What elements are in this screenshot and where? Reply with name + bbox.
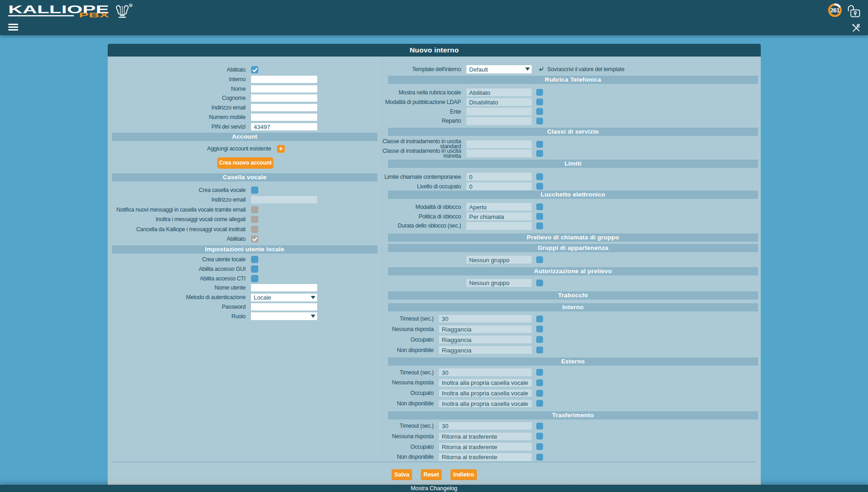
form-row: Abilita accesso GUI bbox=[112, 265, 377, 273]
override-checkbox[interactable] bbox=[536, 379, 543, 386]
override-checkbox[interactable] bbox=[536, 89, 543, 96]
abilitato-checkbox[interactable] bbox=[251, 235, 258, 243]
tools-icon[interactable] bbox=[852, 23, 861, 32]
logo-sub-text: PBX bbox=[79, 11, 110, 19]
logo-underline bbox=[8, 15, 74, 16]
section-header-gruppi-di-appartenenza: Gruppi di appartenenza bbox=[388, 244, 758, 252]
override-checkbox[interactable] bbox=[536, 390, 543, 397]
cognome-input[interactable] bbox=[251, 94, 317, 102]
section-header-prelievo-di-chiamata-di-gruppo: Prelievo di chiamata di gruppo bbox=[388, 233, 758, 242]
override-checkbox[interactable] bbox=[536, 423, 543, 430]
override-checkbox[interactable] bbox=[536, 369, 543, 376]
numero-mobile-input[interactable] bbox=[251, 114, 317, 121]
form-row: Nessuna rispostaRitorna al trasferente bbox=[388, 433, 758, 440]
field-label: Notifica nuovi messaggi in casella vocal… bbox=[112, 206, 246, 213]
field-label: Reparto bbox=[388, 117, 461, 125]
input-value: Nessun gruppo bbox=[469, 280, 509, 286]
override-checkbox[interactable] bbox=[536, 173, 543, 180]
form-body: Abilitato Interno Nome Cognome Indirizzo… bbox=[108, 57, 761, 461]
override-checkbox[interactable] bbox=[536, 316, 543, 322]
nome-utente-input[interactable] bbox=[251, 284, 317, 291]
form-row: Non disponibileRiaggancia bbox=[388, 346, 758, 354]
override-checkbox[interactable] bbox=[536, 183, 543, 190]
classe-di-instradamento-in-uscita-ristretta-input bbox=[466, 150, 532, 157]
form-row: Ente bbox=[388, 108, 758, 115]
unlock-icon[interactable] bbox=[847, 3, 860, 17]
field-label: Limite chiamate contemporanee bbox=[388, 173, 461, 181]
page-title: Nuovo interno bbox=[108, 44, 761, 57]
override-checkbox[interactable] bbox=[536, 336, 543, 343]
field-label: Nome utente bbox=[112, 284, 246, 291]
section-header-lucchetto-elettronico: Lucchetto elettronico bbox=[388, 191, 758, 199]
input-value: Abilitato bbox=[469, 89, 490, 96]
password-input[interactable] bbox=[251, 303, 317, 311]
indirizzo-email-input[interactable] bbox=[251, 104, 317, 111]
show-changelog-link[interactable]: Mostra Changelog bbox=[411, 485, 457, 492]
override-checkbox[interactable] bbox=[536, 443, 543, 450]
inoltra-i-messaggi-vocali-come-allegati-checkbox[interactable] bbox=[251, 216, 258, 223]
nome-input[interactable] bbox=[251, 85, 317, 93]
save-button[interactable]: Salva bbox=[392, 469, 412, 480]
metodo-di-autenticazione-select[interactable]: Locale bbox=[251, 294, 317, 301]
interno-input[interactable] bbox=[251, 76, 317, 83]
reset-button[interactable]: Reset bbox=[421, 469, 442, 480]
abilitato-checkbox[interactable] bbox=[251, 66, 258, 73]
override-checkbox[interactable] bbox=[536, 326, 543, 332]
override-checkbox[interactable] bbox=[536, 108, 543, 115]
field-label: Crea casella vocale bbox=[112, 186, 246, 194]
crea-utente-locale-checkbox[interactable] bbox=[251, 256, 258, 263]
check-icon bbox=[252, 67, 258, 73]
notifica-nuovi-messaggi-in-casella-vocale-tramite-email-checkbox[interactable] bbox=[251, 206, 258, 213]
form-row: Indirizzo email bbox=[112, 104, 377, 111]
override-checkbox[interactable] bbox=[536, 454, 543, 461]
field-label bbox=[388, 279, 461, 287]
politica-di-sblocco-input: Per chiamata bbox=[466, 212, 532, 220]
override-checkbox[interactable] bbox=[536, 433, 543, 440]
field-label: Nessuna risposta bbox=[388, 326, 434, 333]
nessuna-risposta-input: Riaggancia bbox=[439, 326, 532, 333]
override-checkbox[interactable] bbox=[536, 150, 543, 157]
ruolo-select[interactable] bbox=[251, 312, 317, 320]
field-label: Ente bbox=[388, 108, 461, 115]
abilita-accesso-cti-checkbox[interactable] bbox=[251, 275, 258, 282]
section-header-interno: Interno bbox=[388, 303, 758, 311]
override-checkbox[interactable] bbox=[536, 203, 543, 210]
override-checkbox[interactable] bbox=[536, 213, 543, 220]
field-label: Nessuna risposta bbox=[388, 379, 434, 387]
override-checkbox[interactable] bbox=[536, 280, 543, 286]
field-label-text: Notifica nuovi messaggi in casella vocal… bbox=[116, 207, 246, 212]
chevron-down-icon bbox=[525, 67, 530, 71]
override-checkbox[interactable] bbox=[536, 223, 543, 229]
right-form-column: Template dell'internoDefaultSovrascrivi … bbox=[382, 57, 761, 461]
back-button[interactable]: Indietro bbox=[450, 469, 477, 480]
field-label: Mostra nella rubrica locale bbox=[388, 88, 461, 96]
abilita-accesso-gui-checkbox[interactable] bbox=[251, 265, 258, 273]
menu-icon[interactable] bbox=[8, 24, 18, 32]
override-checkbox[interactable] bbox=[536, 98, 543, 105]
override-arrow-icon bbox=[539, 67, 544, 72]
field-label: Inoltra i messaggi vocali come allegati bbox=[112, 216, 246, 223]
create-account-button[interactable]: Crea nuovo account bbox=[217, 157, 273, 169]
mostra-nella-rubrica-locale-input: Abilitato bbox=[466, 88, 532, 96]
field-label-text: Non disponibile bbox=[397, 347, 434, 352]
cancella-da-kalliope-i-messaggi-vocali-inoltrati-checkbox[interactable] bbox=[251, 226, 258, 233]
field-label: Abilita accesso CTI bbox=[112, 275, 246, 282]
override-checkbox[interactable] bbox=[536, 118, 543, 124]
nessuna-risposta-input: Inoltra alla propria casella vocale bbox=[439, 379, 532, 387]
override-checkbox[interactable] bbox=[536, 347, 543, 353]
override-checkbox[interactable] bbox=[536, 400, 543, 407]
template-select[interactable]: Default bbox=[466, 65, 532, 73]
crea-casella-vocale-checkbox[interactable] bbox=[251, 186, 258, 194]
chevron-down-icon bbox=[311, 315, 315, 318]
occupato-input: Inoltra alla propria casella vocale bbox=[439, 389, 532, 397]
override-checkbox[interactable] bbox=[536, 141, 543, 148]
add-account-button[interactable]: + bbox=[277, 145, 285, 153]
form-row: Politica di sbloccoPer chiamata bbox=[388, 212, 758, 220]
field-label: Occupato bbox=[388, 389, 434, 397]
form-row: Nome bbox=[112, 85, 377, 93]
input-value: Inoltra alla propria casella vocale bbox=[442, 379, 528, 386]
modalita-di-pubblicazione-ldap-input: Disabilitato bbox=[466, 98, 532, 106]
override-checkbox[interactable] bbox=[536, 256, 543, 263]
pin-dei-servizi-input[interactable] bbox=[251, 123, 317, 130]
input-value: Nessun gruppo bbox=[469, 257, 509, 264]
